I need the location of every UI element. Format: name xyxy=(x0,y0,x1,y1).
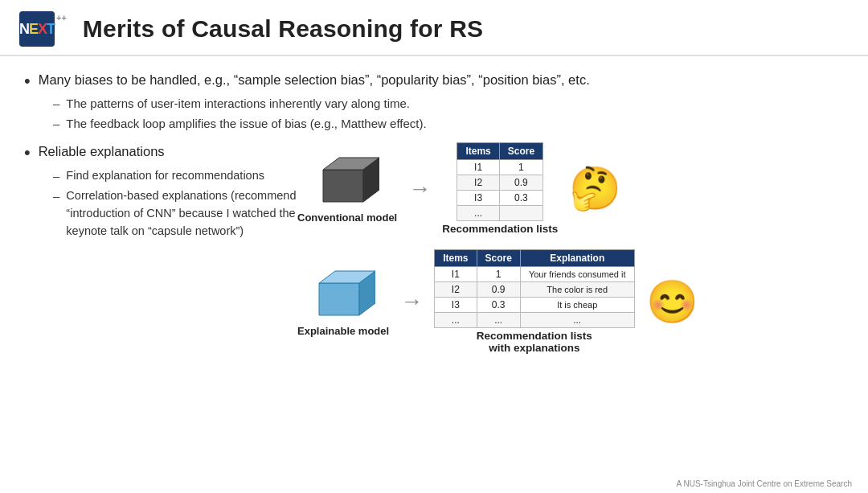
exp-i2-item: I2 xyxy=(435,282,477,298)
table-row: ... ... ... xyxy=(435,313,634,328)
arrow-explainable: → xyxy=(400,289,423,314)
bullet1-dot: • xyxy=(24,71,31,92)
content: • Many biases to be handled, e.g., “samp… xyxy=(0,56,868,478)
table-row: I1 1 Your friends consumed it xyxy=(435,267,634,282)
conventional-model-label: Conventional model xyxy=(297,212,397,224)
sub-dash-4: – xyxy=(53,187,59,206)
bullet2-section: • Reliable explanations – Find explanati… xyxy=(24,142,297,240)
smile-emoji: 😊 xyxy=(646,277,698,327)
exp-th-explanation: Explanation xyxy=(520,250,634,267)
footer-text: A NUS-Tsinghua Joint Centre on Extreme S… xyxy=(677,479,852,488)
conv-dots-score xyxy=(499,206,542,221)
logo-box: NEXT xyxy=(19,11,55,47)
exp-i2-score: 0.9 xyxy=(477,282,520,298)
exp-i2-explanation: The color is red xyxy=(520,282,634,298)
conventional-table: Items Score I1 1 I2 xyxy=(457,142,543,221)
table-row: I1 1 xyxy=(457,160,543,175)
conv-i2-score: 0.9 xyxy=(499,175,542,191)
explainable-row: Explainable model → Items Score Explanat… xyxy=(297,249,844,354)
explainable-box-svg xyxy=(311,267,375,323)
lower-section: • Reliable explanations – Find explanati… xyxy=(24,139,844,470)
table-row: I3 0.3 xyxy=(457,191,543,206)
logo: NEXT ++ xyxy=(19,11,67,47)
bullet1-sub2: – The feedback loop amplifies the issue … xyxy=(53,115,844,134)
exp-i3-explanation: It is cheap xyxy=(520,298,634,313)
conv-i3-item: I3 xyxy=(457,191,499,206)
explainable-model-diagram: Explainable model xyxy=(297,267,389,337)
bullet2-main: • Reliable explanations xyxy=(24,142,297,163)
bullet1-section: • Many biases to be handled, e.g., “samp… xyxy=(24,71,844,133)
exp-i1-item: I1 xyxy=(435,267,477,282)
svg-marker-0 xyxy=(323,170,363,202)
table-row: I3 0.3 It is cheap xyxy=(435,298,634,313)
slide-title: Merits of Causal Reasoning for RS xyxy=(83,15,483,43)
conv-i1-score: 1 xyxy=(499,160,542,175)
exp-i1-explanation: Your friends consumed it xyxy=(520,267,634,282)
bullet2-sub1-text: Find explanation for recommendations xyxy=(66,167,264,185)
conventional-table-label: Recommendation lists xyxy=(442,223,558,235)
explainable-table-label: Recommendation lists with explanations xyxy=(477,330,592,354)
table-row: ... xyxy=(457,206,543,221)
conv-th-score: Score xyxy=(499,143,542,160)
slide: NEXT ++ Merits of Causal Reasoning for R… xyxy=(0,0,868,493)
conv-dots-item: ... xyxy=(457,206,499,221)
exp-dots-explanation: ... xyxy=(520,313,634,328)
bullet2-sub2-text: Correlation-based explanations (recommen… xyxy=(66,187,297,240)
conv-i1-item: I1 xyxy=(457,160,499,175)
exp-th-score: Score xyxy=(477,250,520,267)
sub-dash-3: – xyxy=(53,167,59,186)
exp-i3-score: 0.3 xyxy=(477,298,520,313)
table-row: I2 0.9 The color is red xyxy=(435,282,634,298)
bullet1-main: • Many biases to be handled, e.g., “samp… xyxy=(24,71,844,92)
arrow-conventional: → xyxy=(408,176,431,202)
logo-pp: ++ xyxy=(56,13,67,23)
explainable-model-label: Explainable model xyxy=(297,325,389,337)
logo-text: NEXT xyxy=(19,21,55,38)
exp-label-line1: Recommendation lists xyxy=(477,330,592,342)
confused-emoji: 🤔 xyxy=(569,164,621,213)
sub-dash-1: – xyxy=(53,95,59,113)
conv-th-items: Items xyxy=(457,143,499,160)
exp-i1-score: 1 xyxy=(477,267,520,282)
bullet1-sub2-text: The feedback loop amplifies the issue of… xyxy=(66,115,426,134)
header: NEXT ++ Merits of Causal Reasoning for R… xyxy=(0,0,868,56)
bullet1-sub1-text: The patterns of user-item interactions i… xyxy=(66,95,410,113)
bullet2-text: Reliable explanations xyxy=(39,142,165,161)
sub-dash-2: – xyxy=(53,115,59,134)
exp-th-items: Items xyxy=(435,250,477,267)
exp-label-line2: with explanations xyxy=(489,342,579,354)
bullet2-sub1: – Find explanation for recommendations xyxy=(53,167,297,186)
left-column: • Reliable explanations – Find explanati… xyxy=(24,139,297,470)
right-column: Conventional model → Items Score xyxy=(297,139,844,470)
exp-i3-item: I3 xyxy=(435,298,477,313)
conv-i2-item: I2 xyxy=(457,175,499,191)
conventional-table-wrap: Items Score I1 1 I2 xyxy=(442,142,558,235)
exp-dots-score: ... xyxy=(477,313,520,328)
bullet1-sub1: – The patterns of user-item interactions… xyxy=(53,95,844,113)
table-row: I2 0.9 xyxy=(457,175,543,191)
footer: A NUS-Tsinghua Joint Centre on Extreme S… xyxy=(0,478,868,493)
conventional-row: Conventional model → Items Score xyxy=(297,142,844,235)
bullet2-dot: • xyxy=(24,142,31,163)
bullet1-text: Many biases to be handled, e.g., “sample… xyxy=(39,71,590,89)
bullet2-sub2: – Correlation-based explanations (recomm… xyxy=(53,187,297,240)
bullet2-subs: – Find explanation for recommendations –… xyxy=(53,167,297,240)
explainable-table-wrap: Items Score Explanation I1 1 Your friend… xyxy=(434,249,634,354)
conventional-box-svg xyxy=(315,154,379,210)
conv-i3-score: 0.3 xyxy=(499,191,542,206)
svg-marker-3 xyxy=(319,283,359,315)
explainable-table: Items Score Explanation I1 1 Your friend… xyxy=(434,249,634,328)
conventional-model-diagram: Conventional model xyxy=(297,154,397,224)
exp-dots-item: ... xyxy=(435,313,477,328)
